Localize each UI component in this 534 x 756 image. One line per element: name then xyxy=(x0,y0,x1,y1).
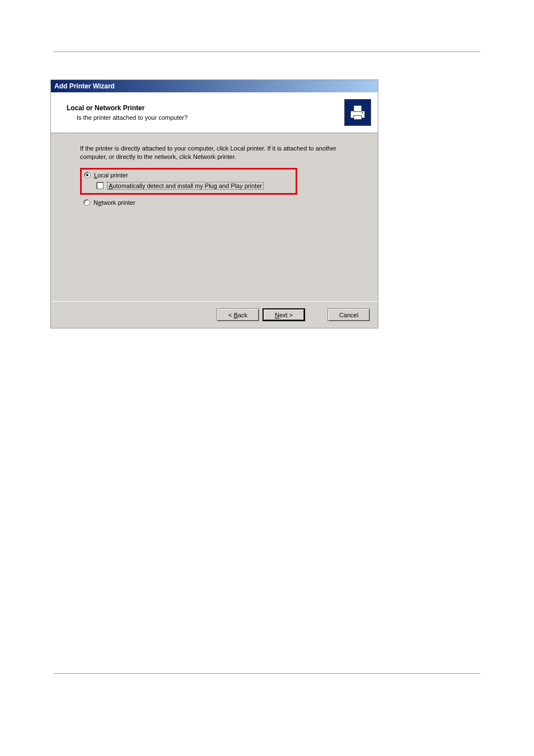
radio-local-indicator xyxy=(84,172,91,179)
radio-local-label: Local printer xyxy=(94,172,128,179)
svg-rect-2 xyxy=(354,116,362,120)
next-button[interactable]: Next > xyxy=(263,308,305,321)
cancel-button[interactable]: Cancel xyxy=(327,308,370,321)
radio-local-printer[interactable]: Local printer xyxy=(84,172,292,179)
radio-network-printer[interactable]: Network printer xyxy=(80,199,355,206)
footer-gap xyxy=(308,308,324,321)
page-bottom-rule xyxy=(54,673,480,674)
page-top-rule xyxy=(54,51,480,52)
checkbox-autodetect-label: Automatically detect and install my Plug… xyxy=(107,182,264,190)
add-printer-wizard-dialog: Add Printer Wizard Local or Network Prin… xyxy=(50,79,378,328)
checkbox-autodetect[interactable]: Automatically detect and install my Plug… xyxy=(84,182,292,190)
svg-rect-1 xyxy=(354,105,362,111)
dialog-titlebar: Add Printer Wizard xyxy=(51,80,378,92)
wizard-header-texts: Local or Network Printer Is the printer … xyxy=(67,104,344,121)
wizard-body: If the printer is directly attached to y… xyxy=(51,133,378,301)
svg-point-3 xyxy=(362,112,363,114)
back-button[interactable]: < Back xyxy=(217,308,259,321)
dialog-title-text: Add Printer Wizard xyxy=(54,82,115,90)
wizard-header-title: Local or Network Printer xyxy=(67,104,344,112)
radio-network-indicator xyxy=(83,199,90,206)
printer-options: Local printer Automatically detect and i… xyxy=(80,168,355,206)
checkbox-autodetect-box xyxy=(96,182,104,189)
wizard-header-subtitle: Is the printer attached to your computer… xyxy=(67,114,344,121)
wizard-footer: < Back Next > Cancel xyxy=(51,301,378,328)
radio-network-label: Network printer xyxy=(93,199,135,206)
instruction-text: If the printer is directly attached to y… xyxy=(80,144,355,161)
local-printer-highlight: Local printer Automatically detect and i… xyxy=(80,168,297,195)
wizard-header: Local or Network Printer Is the printer … xyxy=(51,92,378,133)
printer-icon-svg xyxy=(348,103,367,122)
printer-icon xyxy=(344,99,371,126)
